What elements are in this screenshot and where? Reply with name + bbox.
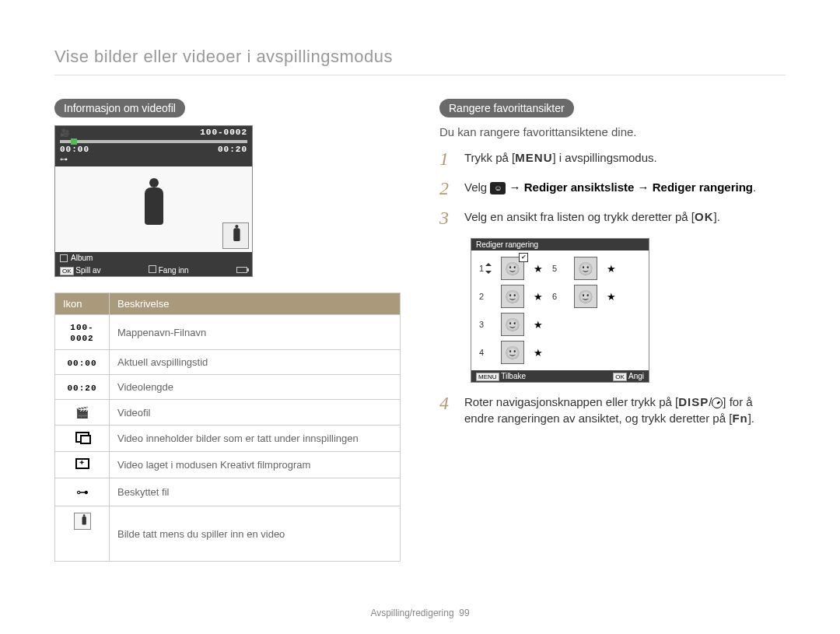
rank-number: 5 <box>552 264 568 273</box>
step-number: 1 <box>439 149 457 168</box>
col-header-icon: Ikon <box>55 293 110 315</box>
step2-text-a: Velg <box>464 180 490 194</box>
icon-cell <box>55 452 110 478</box>
face-screen-title: Rediger rangering <box>471 239 649 250</box>
rank-number: 2 <box>479 292 495 301</box>
table-row: Video laget i modusen Kreativt filmprogr… <box>55 452 401 478</box>
icon-cell <box>55 426 110 452</box>
step3-text-b: ]. <box>714 210 720 223</box>
screen-album-bar: Album <box>55 252 252 264</box>
icon-cell: 00:20 <box>55 375 110 400</box>
rank-number: 3 <box>479 320 495 329</box>
table-row: 100-0002Mappenavn-Filnavn <box>55 315 401 350</box>
back-label: Tilbake <box>501 372 526 380</box>
ok-button-label: OK <box>695 210 714 223</box>
face-screen-bottom: MENU Tilbake OK Angi <box>471 370 649 382</box>
silhouette-icon <box>138 178 170 240</box>
step3-text-a: Velg en ansikt fra listen og trykk deret… <box>464 210 695 223</box>
menu-button-label: MENU <box>515 151 552 164</box>
album-label: Album <box>71 254 93 262</box>
col-header-desc: Beskrivelse <box>110 293 401 315</box>
table-row: Beskyttet fil <box>55 478 401 506</box>
table-row: Video inneholder bilder som er tatt unde… <box>55 426 401 452</box>
play-label: Spill av <box>75 266 100 275</box>
icon-cell: 100-0002 <box>55 315 110 350</box>
face-ranking-screen: Rediger rangering 1 52634 MENU Tilbake O… <box>471 238 649 383</box>
capture-label: Fang inn <box>159 266 189 275</box>
screen-bottom-bar: OK Spill av Fang inn <box>55 264 252 276</box>
face-rank-grid: 1 52634 <box>471 250 649 370</box>
step-number: 3 <box>439 208 457 227</box>
table-row: Bilde tatt mens du spiller inn en video <box>55 506 401 562</box>
step-3: 3 Velg en ansikt fra listen og trykk der… <box>439 208 786 227</box>
face-thumbnail <box>501 313 524 336</box>
desc-cell: Videolengde <box>110 375 401 400</box>
left-column: Informasjon om videofil 100-0002 00:00 0… <box>54 99 401 562</box>
desc-cell: Aktuell avspillingstid <box>110 350 401 375</box>
lock-icon <box>55 154 252 165</box>
face-thumbnail <box>501 341 524 364</box>
star-icon <box>607 263 619 275</box>
desc-cell: Videofil <box>110 400 401 426</box>
icon-cell: 00:00 <box>55 350 110 375</box>
face-list-icon: ☺ <box>490 182 506 194</box>
battery-icon <box>236 267 247 273</box>
video-frame <box>55 166 252 252</box>
face-thumbnail <box>501 257 524 280</box>
content-columns: Informasjon om videofil 100-0002 00:00 0… <box>54 99 786 562</box>
icon-cell <box>55 478 110 506</box>
fn-button-label: Fn <box>732 412 747 425</box>
rank-number: 6 <box>552 292 568 301</box>
table-row: 00:20Videolengde <box>55 375 401 400</box>
step2-bold: → Rediger ansiktsliste → Rediger rangeri… <box>506 180 753 194</box>
ok-key: OK <box>613 373 627 381</box>
time-total: 00:20 <box>218 145 247 154</box>
footer-section: Avspilling/redigering <box>370 608 453 618</box>
star-icon <box>534 347 546 359</box>
nav-key-icon <box>60 254 68 262</box>
step4-text-c: ]. <box>748 412 754 425</box>
step-number: 2 <box>439 179 457 198</box>
rank-number: 1 <box>479 263 495 274</box>
face-thumbnail <box>501 285 524 308</box>
footer-page-number: 99 <box>459 608 469 618</box>
desc-cell: Mappenavn-Filnavn <box>110 315 401 350</box>
desc-cell: Bilde tatt mens du spiller inn en video <box>110 506 401 562</box>
desc-cell: Video laget i modusen Kreativt filmprogr… <box>110 452 401 478</box>
left-heading: Informasjon om videofil <box>54 99 185 117</box>
set-label: Angi <box>628 372 644 380</box>
page-title: Vise bilder eller videoer i avspillingsm… <box>54 47 786 75</box>
star-icon <box>534 319 546 331</box>
face-thumbnail <box>574 285 597 308</box>
page-footer: Avspilling/redigering 99 <box>0 608 840 618</box>
star-icon <box>607 291 619 303</box>
step1-text-a: Trykk på [ <box>464 151 515 164</box>
step-4: 4 Roter navigasjonsknappen eller trykk p… <box>439 394 786 426</box>
desc-cell: Video inneholder bilder som er tatt unde… <box>110 426 401 452</box>
face-thumbnail <box>574 257 597 280</box>
inset-thumbnail <box>222 222 249 249</box>
step2-text-b: . <box>753 180 756 194</box>
menu-key: MENU <box>476 373 499 381</box>
timer-icon <box>712 398 723 408</box>
star-icon <box>534 263 546 275</box>
camcorder-icon <box>60 128 69 137</box>
table-row: Videofil <box>55 400 401 426</box>
icon-cell <box>55 400 110 426</box>
time-current: 00:00 <box>60 145 89 154</box>
step4-text-a: Roter navigasjonsknappen eller trykk på … <box>464 395 678 408</box>
down-key-icon <box>149 265 156 273</box>
step1-text-b: ] i avspillingsmodus. <box>552 151 656 164</box>
rank-number: 4 <box>479 348 495 357</box>
disp-button-label: DISP <box>678 395 709 408</box>
star-icon <box>534 291 546 303</box>
video-info-screen: 100-0002 00:00 00:20 Album OK <box>54 125 253 277</box>
progress-bar <box>60 140 247 143</box>
right-column: Rangere favorittansikter Du kan rangere … <box>439 99 786 562</box>
ok-key: OK <box>60 267 74 275</box>
icon-description-table: Ikon Beskrivelse 100-0002Mappenavn-Filna… <box>54 292 401 562</box>
desc-cell: Beskyttet fil <box>110 478 401 506</box>
table-row: 00:00Aktuell avspillingstid <box>55 350 401 375</box>
right-heading: Rangere favorittansikter <box>439 99 574 117</box>
step-1: 1 Trykk på [MENU] i avspillingsmodus. <box>439 149 786 168</box>
